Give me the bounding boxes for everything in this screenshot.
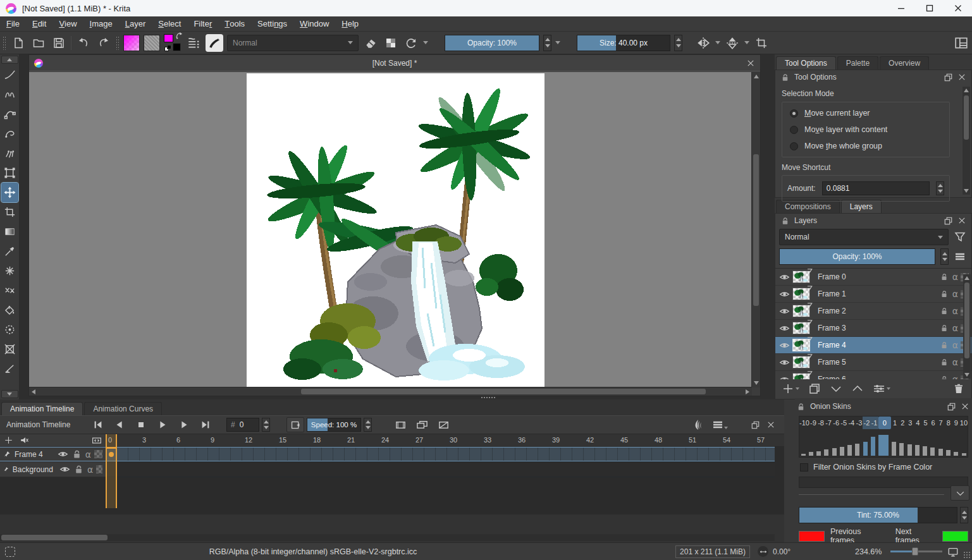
next-frame-button[interactable] <box>175 417 194 432</box>
menu-item-select[interactable]: Select <box>152 16 187 31</box>
redo-button[interactable] <box>95 35 112 51</box>
playhead[interactable] <box>106 434 117 508</box>
pattern-tool[interactable] <box>1 281 18 300</box>
wrap-around-button[interactable] <box>753 35 770 51</box>
pattern-swatch[interactable] <box>144 35 160 51</box>
canvas-close-icon[interactable] <box>746 59 755 68</box>
float-icon[interactable] <box>751 420 760 430</box>
timeline-cells[interactable] <box>106 447 775 462</box>
close-icon[interactable] <box>766 420 775 429</box>
lock-icon[interactable] <box>939 340 950 351</box>
timeline-tab-animation-curves[interactable]: Animation Curves <box>84 402 162 415</box>
lock-icon[interactable] <box>939 357 950 368</box>
inherit-alpha-icon[interactable] <box>96 465 102 473</box>
onion-frame--9[interactable]: -9 <box>809 417 817 429</box>
lock-icon[interactable] <box>71 449 82 460</box>
close-icon[interactable] <box>961 402 969 411</box>
skip-to-start-button[interactable] <box>89 417 108 432</box>
onion-frame-7[interactable]: 7 <box>937 417 945 429</box>
canvas-image[interactable] <box>247 73 544 387</box>
radio-move-current-layer[interactable]: Move current layer <box>782 105 949 121</box>
toolbox-scroll-down[interactable] <box>1 390 18 398</box>
frame-number-field[interactable]: # 0 <box>226 418 259 432</box>
save-button[interactable] <box>51 35 67 51</box>
eraser-mode-button[interactable] <box>362 35 379 51</box>
previous-frames-color[interactable] <box>799 531 825 542</box>
splitter-handle[interactable] <box>481 396 496 399</box>
move-tool[interactable] <box>1 183 18 202</box>
scroll-down-arrow[interactable] <box>754 381 759 385</box>
layer-row[interactable]: Frame 2α <box>775 303 971 320</box>
funnel-icon[interactable] <box>954 231 966 243</box>
minimize-button[interactable] <box>887 0 915 16</box>
layer-row[interactable]: Frame 4α <box>775 337 971 354</box>
toolbox-scroll-up[interactable] <box>1 56 18 64</box>
calligraphy-tool[interactable] <box>1 85 18 104</box>
image-size-button[interactable]: 201 x 211 (1.1 MiB) <box>675 545 750 558</box>
drop-frames-button[interactable] <box>286 417 304 432</box>
lock-icon[interactable] <box>939 272 950 283</box>
menu-item-file[interactable]: File <box>0 16 26 31</box>
eye-icon[interactable] <box>59 464 70 475</box>
hscroll-thumb[interactable] <box>301 389 706 394</box>
mirror-vertical-button[interactable] <box>695 35 711 51</box>
onion-frame--1[interactable]: -1 <box>871 417 878 429</box>
chevron-down-icon[interactable] <box>555 41 560 44</box>
create-duplicate-frame-button[interactable] <box>412 417 431 432</box>
tint-slider[interactable]: Tint: 75.00% <box>799 507 957 523</box>
alpha-icon[interactable]: α <box>952 357 958 367</box>
expand-button[interactable] <box>950 485 969 501</box>
chevron-down-icon[interactable] <box>423 41 428 44</box>
preserve-alpha-button[interactable] <box>383 35 399 51</box>
radio-move-layer-with-content[interactable]: Move layer with content <box>782 121 949 138</box>
dock-tab-overview[interactable]: Overview <box>880 56 929 70</box>
zoom-slider-handle[interactable] <box>912 547 918 556</box>
fg-bg-colors[interactable] <box>164 34 181 52</box>
chevron-down-icon[interactable] <box>744 41 749 44</box>
move-layer-up-button[interactable] <box>851 382 864 395</box>
play-button[interactable] <box>153 417 172 432</box>
lock-docker-icon[interactable] <box>780 216 790 226</box>
onion-frame--3[interactable]: -3 <box>855 417 863 429</box>
move-layer-down-button[interactable] <box>830 382 842 395</box>
filter-onion-checkbox[interactable] <box>800 463 808 472</box>
canvas-vscrollbar[interactable] <box>751 72 760 387</box>
canvas-viewport[interactable] <box>29 72 752 387</box>
close-icon[interactable] <box>957 73 966 82</box>
measure-tool[interactable] <box>1 359 18 379</box>
onion-frame-2[interactable]: 2 <box>899 417 906 429</box>
onion-frame-3[interactable]: 3 <box>906 417 914 429</box>
color-sampler-tool[interactable] <box>1 241 18 261</box>
dock-tab-compositions[interactable]: Compositions <box>776 200 840 213</box>
timeline-menu-button[interactable] <box>710 417 729 432</box>
eye-icon[interactable] <box>779 357 790 368</box>
float-icon[interactable] <box>944 216 953 226</box>
add-layer-icon[interactable] <box>4 435 13 445</box>
zoom-slider[interactable] <box>890 551 942 552</box>
timeline-row-background[interactable]: Background α <box>0 462 784 477</box>
close-icon[interactable] <box>957 216 966 225</box>
brush-preset-button[interactable] <box>206 34 223 52</box>
transform-tool[interactable] <box>1 163 18 183</box>
skip-to-end-button[interactable] <box>196 417 215 432</box>
onion-frame-8[interactable]: 8 <box>945 417 952 429</box>
mirror-horizontal-button[interactable] <box>724 35 741 51</box>
layer-row[interactable]: Frame 1α <box>775 286 971 303</box>
gradient-tool[interactable] <box>1 222 18 241</box>
eye-icon[interactable] <box>58 449 68 460</box>
vscroll-thumb[interactable] <box>753 154 759 306</box>
dock-tab-layers[interactable]: Layers <box>841 200 882 213</box>
onion-frame--10[interactable]: -10 <box>799 417 809 429</box>
opacity-spinner[interactable] <box>543 35 551 51</box>
toolbar-grip[interactable] <box>3 36 6 50</box>
dock-tab-palette[interactable]: Palette <box>837 56 878 70</box>
maximize-button[interactable] <box>915 0 944 16</box>
new-document-button[interactable] <box>10 35 27 51</box>
smart-patch-tool[interactable] <box>1 261 18 281</box>
alpha-icon[interactable]: α <box>952 340 958 350</box>
layer-row[interactable]: Frame 5α <box>775 354 971 371</box>
canvas-hscrollbar[interactable] <box>29 387 752 396</box>
eye-icon[interactable] <box>779 289 790 300</box>
stop-button[interactable] <box>132 417 151 432</box>
layer-properties-button[interactable] <box>873 382 890 395</box>
